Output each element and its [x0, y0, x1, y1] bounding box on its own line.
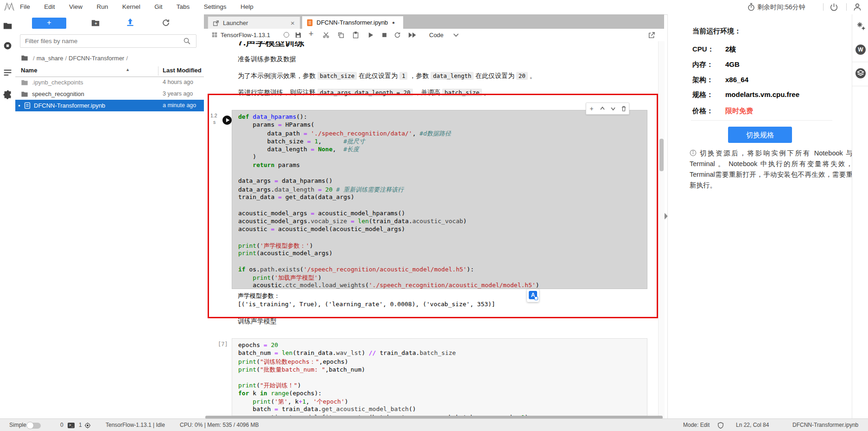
file-name: DFCNN-Transformer.ipynb [34, 100, 105, 111]
notebook-tab-icon [307, 19, 313, 26]
restart-kernel-icon[interactable] [394, 32, 401, 39]
notebook-content[interactable]: 7.声学模型训练 准备训练参数及数据 为了本示例演示效果，参数 batch_si… [204, 41, 658, 430]
folder-icon [21, 79, 28, 86]
column-modified[interactable]: Last Modified [163, 67, 202, 74]
extensions-icon[interactable] [3, 90, 13, 100]
paste-cells-icon[interactable] [352, 32, 359, 39]
column-name[interactable]: Name [21, 67, 37, 74]
menu-help[interactable]: Help [234, 0, 260, 14]
file-browser-icon[interactable] [3, 21, 13, 31]
cut-cells-icon[interactable] [323, 32, 329, 39]
add-cell-icon[interactable]: + [309, 29, 314, 39]
move-cell-down-icon[interactable] [610, 105, 616, 112]
menubar-divider [823, 3, 824, 11]
notebook-file-icon [24, 102, 31, 109]
cell-run-button[interactable] [222, 116, 232, 125]
scrollbar-thumb[interactable] [659, 139, 664, 171]
dirty-indicator-dot[interactable]: ● [392, 16, 395, 29]
simple-mode-toggle[interactable] [27, 423, 41, 429]
menu-view[interactable]: View [63, 0, 89, 14]
tab-launcher[interactable]: Launcher × [208, 16, 300, 29]
sort-asc-icon: ▲ [126, 67, 130, 72]
power-button[interactable] [830, 3, 838, 12]
vertical-scrollbar[interactable] [658, 41, 665, 430]
file-modified: 3 years ago [163, 88, 193, 100]
restart-run-all-icon[interactable] [408, 32, 418, 39]
left-activity-bar [0, 14, 16, 418]
environment-panel: 当前运行环境： CPU： 2核 内存： 4GB 架构： x86_64 规格： m… [667, 14, 852, 418]
translate-badge[interactable]: A [527, 289, 539, 302]
delete-cell-icon[interactable] [621, 105, 627, 112]
kernel-status-text[interactable]: TensorFlow-1.13.1 | Idle [106, 419, 165, 431]
save-icon[interactable] [295, 32, 302, 39]
copy-cells-icon[interactable] [337, 32, 344, 39]
home-folder-icon[interactable] [21, 54, 28, 61]
breadcrumb-separator: / [124, 55, 130, 62]
upload-icon[interactable] [126, 18, 135, 27]
menu-tabs[interactable]: Tabs [171, 0, 196, 14]
new-launcher-button[interactable]: + [32, 18, 66, 29]
code-cell-1-editor[interactable]: def data_hparams(): params = HParams( da… [232, 110, 647, 289]
user-account-icon[interactable] [853, 2, 862, 12]
svg-text:+: + [95, 21, 97, 26]
environment-icon [211, 32, 218, 39]
kernel-status-icon[interactable] [284, 32, 289, 38]
settings-gears-icon[interactable] [856, 21, 866, 31]
cell-output-line-2: [('is_training', True), ('learning_rate'… [238, 301, 495, 308]
refresh-icon[interactable] [162, 19, 170, 27]
breadcrumb-dfcnn[interactable]: DFCNN-Transformer [69, 55, 124, 62]
filter-files-input[interactable] [20, 34, 196, 48]
cell-timer-value: 1.2 [210, 113, 217, 118]
info-icon [690, 149, 697, 156]
mode-indicator[interactable]: Mode: Edit [683, 419, 710, 431]
close-icon[interactable]: × [291, 17, 295, 29]
menu-edit[interactable]: Edit [38, 0, 61, 14]
running-sessions-icon[interactable] [3, 41, 13, 51]
menu-settings[interactable]: Settings [198, 0, 233, 14]
notebook-toolbar: TensorFlow-1.13.1 + [204, 29, 664, 42]
file-name: speech_recognition [32, 88, 84, 100]
menu-git[interactable]: Git [148, 0, 168, 14]
menu-file[interactable]: File [14, 0, 36, 14]
kernel-name[interactable]: TensorFlow-1.13.1 [221, 29, 270, 41]
breadcrumb-ma-share[interactable]: ma_share [37, 55, 63, 62]
menubar-divider-2 [846, 3, 847, 11]
tab-dfcnn-transformer-active[interactable]: DFCNN-Transformer.ipynb ● [302, 16, 403, 29]
env-label-memory: 内存： [692, 60, 713, 69]
modified-dot: ● [18, 100, 20, 111]
insert-cell-icon[interactable]: + [589, 105, 595, 112]
file-row-dfcnn-transformer-selected[interactable]: ● DFCNN-Transformer.ipynb a minute ago [15, 100, 204, 111]
kernels-count[interactable]: 1 [79, 419, 82, 431]
run-cell-icon[interactable] [367, 32, 374, 39]
modelarts-logo-icon [4, 2, 15, 12]
file-row-ipynb-checkpoints[interactable]: .ipynb_checkpoints 4 hours ago [15, 77, 204, 88]
terminals-count[interactable]: 0 [60, 419, 63, 431]
switch-flavor-button[interactable]: 切换规格 [728, 127, 792, 143]
stop-kernel-icon[interactable] [381, 32, 388, 39]
env-value-flavor: modelarts.vm.cpu.free [725, 90, 799, 98]
chevron-down-icon[interactable] [453, 33, 459, 37]
env-value-price: 限时免费 [725, 107, 753, 116]
cell-type-dropdown[interactable]: Code [429, 29, 444, 41]
right-activity-bar: W [852, 14, 868, 418]
new-folder-icon[interactable]: + [91, 19, 100, 27]
cursor-position[interactable]: Ln 22, Col 84 [736, 419, 769, 431]
modelarts-w-badge-icon[interactable]: W [855, 45, 866, 55]
launcher-icon [213, 20, 219, 26]
menu-kernel[interactable]: Kernel [116, 0, 146, 14]
env-title: 当前运行环境： [692, 27, 741, 36]
env-note-text: 切换资源后，将影响实例下所有 Notebook 与 Terminal 。 Not… [690, 149, 853, 189]
env-label-cpu: CPU： [692, 45, 714, 54]
file-list-header[interactable]: Name ▲ Last Modified [15, 65, 204, 77]
translate-dot [534, 296, 538, 300]
share-icon[interactable] [648, 32, 655, 39]
modelarts-jupyterlab-window: File Edit View Run Kernel Git Tabs Setti… [0, 0, 868, 431]
breadcrumb-separator: / [31, 55, 37, 62]
file-modified: a minute ago [163, 100, 196, 111]
layers-badge-icon[interactable] [855, 68, 866, 78]
move-cell-up-icon[interactable] [599, 105, 606, 112]
file-row-speech-recognition[interactable]: speech_recognition 3 years ago [15, 88, 204, 100]
trust-shield-icon[interactable] [717, 422, 724, 429]
menu-run[interactable]: Run [90, 0, 114, 14]
table-of-contents-icon[interactable] [3, 68, 13, 77]
